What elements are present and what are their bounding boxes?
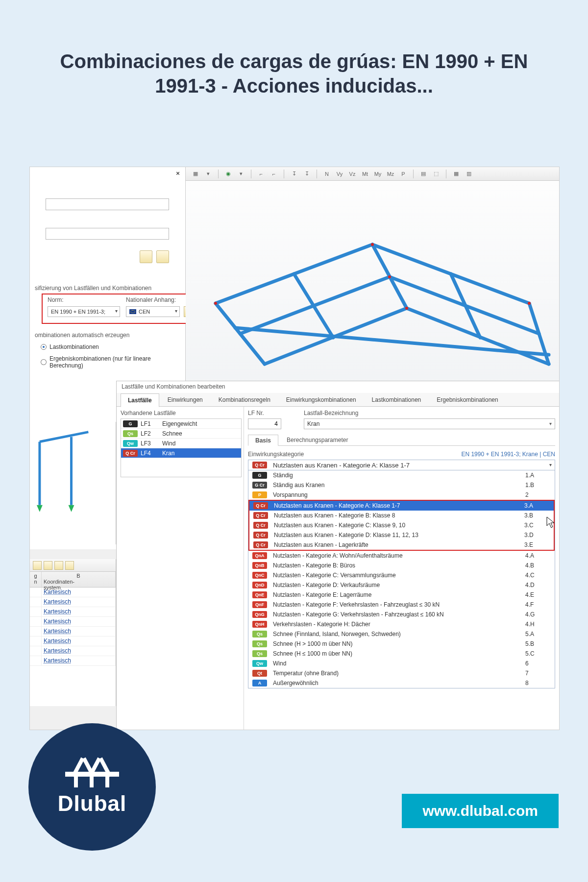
toolbar-icon[interactable]: ⌐	[269, 169, 279, 179]
dialog-tab[interactable]: Ergebniskombinationen	[429, 393, 505, 407]
annex-select[interactable]: CEN	[126, 306, 180, 317]
category-badge-icon: Qt	[252, 670, 267, 677]
category-option[interactable]: Q CrNutzlasten aus Kranen - Kategorie B:…	[249, 511, 554, 520]
toolbar-icon[interactable]: ▾	[236, 169, 246, 179]
category-option[interactable]: QnANutzlasten - Kategorie A: Wohn/Aufent…	[248, 551, 555, 561]
category-select[interactable]: Q Cr Nutzlasten aus Kranen - Kategorie A…	[248, 460, 555, 470]
category-option[interactable]: AAußergewöhnlich8	[248, 678, 555, 688]
lf-name: Eigengewicht	[162, 420, 241, 427]
close-icon[interactable]: ×	[173, 169, 182, 178]
load-cases-dialog: Lastfälle und Kombinationen bearbeiten L…	[116, 381, 559, 730]
category-option[interactable]: G CrStändig aus Kranen1.B	[248, 480, 555, 490]
dialog-tab[interactable]: Einwirkungen	[160, 393, 210, 407]
dialog-tab[interactable]: Einwirkungskombinationen	[279, 393, 364, 407]
category-badge-icon: Q Cr	[253, 502, 268, 509]
option-text: Nutzlasten - Kategorie G: Verkehrslasten…	[273, 611, 522, 618]
category-badge-icon: QnF	[252, 601, 267, 608]
category-option[interactable]: Q CrNutzlasten aus Kranen - Lagerkräfte3…	[249, 540, 554, 550]
category-option[interactable]: QwWind6	[248, 659, 555, 668]
result-my-icon[interactable]: My	[373, 169, 383, 179]
load-case-row[interactable]: Q CrLF4Kran	[121, 448, 241, 458]
table-row[interactable]: Kartesisch	[30, 607, 116, 617]
category-option[interactable]: QnHVerkehrslasten - Kategorie H: Dächer4…	[248, 619, 555, 629]
toolbar-icon[interactable]: ▦	[451, 169, 461, 179]
svg-marker-20	[37, 505, 43, 512]
category-option[interactable]: QnGNutzlasten - Kategorie G: Verkehrslas…	[248, 610, 555, 619]
result-p-icon[interactable]: P	[398, 169, 408, 179]
table-row[interactable]: Kartesisch	[30, 617, 116, 627]
table-icon[interactable]	[54, 561, 63, 570]
result-vz-icon[interactable]: Vz	[347, 169, 357, 179]
table-icon[interactable]	[65, 561, 74, 570]
category-option[interactable]: QsSchnee (Finnland, Island, Norwegen, Sc…	[248, 629, 555, 639]
table-row[interactable]: Kartesisch	[30, 646, 116, 656]
toolbar-icon[interactable]: ⬚	[431, 169, 441, 179]
category-option[interactable]: QtTemperatur (ohne Brand)7	[248, 668, 555, 678]
option-text: Nutzlasten aus Kranen - Kategorie D: Kla…	[274, 532, 521, 539]
toolbar-icon[interactable]: ▤	[418, 169, 428, 179]
table-row[interactable]: Kartesisch	[30, 588, 116, 597]
category-option[interactable]: Q CrNutzlasten aus Kranen - Kategorie A:…	[249, 501, 554, 511]
option-code: 3.B	[524, 512, 554, 519]
category-option[interactable]: Q CrNutzlasten aus Kranen - Kategorie D:…	[249, 530, 554, 540]
option-code: 3.A	[524, 502, 554, 509]
toolbar-icon[interactable]: ◉	[223, 169, 233, 179]
category-option[interactable]: QnDNutzlasten - Kategorie D: Verkaufsräu…	[248, 580, 555, 590]
result-vy-icon[interactable]: Vy	[335, 169, 344, 179]
bezeichnung-select[interactable]: Kran	[304, 418, 555, 429]
option-text: Ständig aus Kranen	[273, 482, 522, 489]
category-option[interactable]: QnENutzlasten - Kategorie E: Lagerräume4…	[248, 590, 555, 600]
load-case-row[interactable]: QwLF3Wind	[121, 439, 241, 448]
toolbar-icon[interactable]: ▦	[191, 169, 200, 179]
lfnr-input[interactable]	[248, 418, 281, 429]
table-row[interactable]: Kartesisch	[30, 637, 116, 646]
result-mz-icon[interactable]: Mz	[386, 169, 395, 179]
model-viewport[interactable]	[186, 181, 559, 396]
option-text: Temperatur (ohne Brand)	[273, 670, 522, 677]
category-badge-icon: Q Cr	[253, 532, 268, 539]
category-option[interactable]: QsSchnee (H ≤ 1000 m über NN)5.C	[248, 649, 555, 659]
table-icon[interactable]	[44, 561, 52, 570]
save-icon[interactable]	[156, 250, 169, 263]
folder-icon[interactable]	[140, 250, 152, 263]
load-case-row[interactable]: QsLF2Schnee	[121, 429, 241, 439]
category-option[interactable]: Q CrNutzlasten aus Kranen - Kategorie C:…	[249, 520, 554, 530]
toolbar-icon[interactable]: ↧	[302, 169, 312, 179]
dialog-tab[interactable]: Lastfälle	[121, 393, 159, 407]
category-option[interactable]: QnFNutzlasten - Kategorie F: Verkehrslas…	[248, 600, 555, 610]
option-text: Nutzlasten - Kategorie A: Wohn/Aufenthal…	[273, 552, 522, 559]
category-option[interactable]: QnCNutzlasten - Kategorie C: Versammlung…	[248, 570, 555, 580]
table-row[interactable]: Kartesisch	[30, 627, 116, 637]
result-mt-icon[interactable]: Mt	[360, 169, 370, 179]
category-option[interactable]: QsSchnee (H > 1000 m über NN)5.B	[248, 639, 555, 649]
table-icon[interactable]	[33, 561, 42, 570]
category-option[interactable]: GStändig1.A	[248, 470, 555, 480]
table-row[interactable]: Kartesisch	[30, 656, 116, 666]
category-option[interactable]: PVorspannung2	[248, 490, 555, 500]
toolbar-icon[interactable]: ↧	[289, 169, 299, 179]
text-field-1[interactable]	[46, 198, 169, 210]
existing-load-cases-grid[interactable]: GLF1EigengewichtQsLF2SchneeQwLF3WindQ Cr…	[121, 418, 242, 477]
option-code: 3.D	[524, 532, 554, 539]
category-dropdown[interactable]: GStändig1.AG CrStändig aus Kranen1.BPVor…	[248, 470, 555, 688]
table-row[interactable]: Kartesisch	[30, 597, 116, 607]
norm-select[interactable]: EN 1990 + EN 1991-3;	[48, 306, 120, 317]
radio-lastkombinationen[interactable]: Lastkombinationen	[41, 343, 99, 350]
svg-line-11	[235, 328, 549, 355]
dialog-tab[interactable]: Lastkombinationen	[365, 393, 429, 407]
category-select-text: Nutzlasten aus Kranen - Kategorie A: Kla…	[273, 462, 410, 469]
result-n-icon[interactable]: N	[322, 169, 332, 179]
detail-subtab[interactable]: Berechnungsparameter	[279, 434, 355, 445]
text-field-2[interactable]	[46, 228, 169, 240]
toolbar-icon[interactable]: ⌐	[256, 169, 266, 179]
category-option[interactable]: QnBNutzlasten - Kategorie B: Büros4.B	[248, 561, 555, 570]
toolbar-icon[interactable]: ▾	[203, 169, 213, 179]
option-code: 4.G	[525, 611, 555, 618]
toolbar-icon[interactable]: ▥	[464, 169, 474, 179]
category-badge-icon: G	[252, 472, 267, 479]
load-case-row[interactable]: GLF1Eigengewicht	[121, 419, 241, 429]
brand-logo-icon	[65, 758, 119, 787]
detail-subtab[interactable]: Basis	[248, 435, 278, 446]
radio-ergebniskombinationen[interactable]: Ergebniskombinationen (nur für lineare B…	[41, 355, 185, 369]
dialog-tab[interactable]: Kombinationsregeln	[211, 393, 278, 407]
